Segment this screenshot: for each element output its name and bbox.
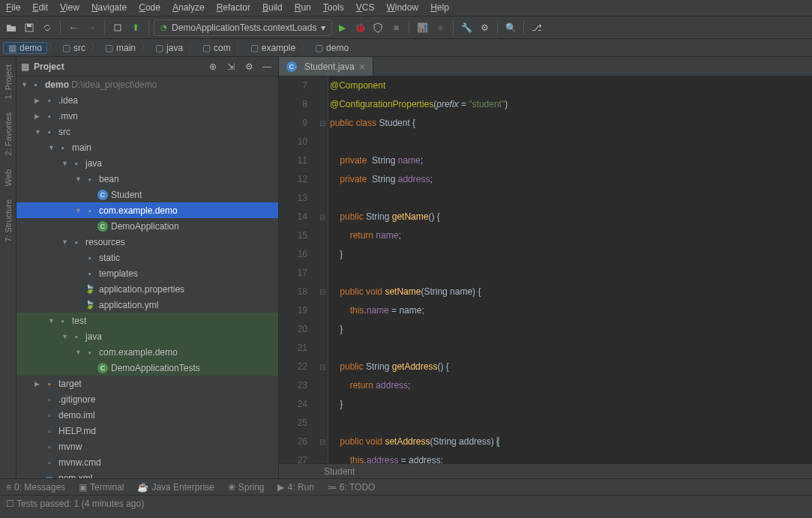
menu-view[interactable]: View xyxy=(54,0,85,16)
gear-icon[interactable]: ⚙ xyxy=(242,61,256,72)
gutter-marks[interactable]: ⊟⊟⊟⊟⊟ xyxy=(316,76,328,463)
tree-item-demo-iml[interactable]: ▫demo.iml xyxy=(16,407,278,423)
left-toolwindow-bar: 1: Project2: FavoritesWeb7: Structure xyxy=(0,57,16,478)
hide-icon[interactable]: — xyxy=(260,61,274,72)
menu-edit[interactable]: Edit xyxy=(26,0,54,16)
tree-item-com-example-demo[interactable]: ▼▪com.example.demo xyxy=(16,344,278,360)
crumb-main[interactable]: ▢main xyxy=(100,43,140,53)
back-icon[interactable]: ← xyxy=(65,19,82,36)
bottomtab-java-enterprise[interactable]: ☕Java Enterprise xyxy=(137,482,214,493)
folder-icon: ▪ xyxy=(84,268,96,280)
menu-vcs[interactable]: VCS xyxy=(350,0,381,16)
menu-tools[interactable]: Tools xyxy=(317,0,350,16)
tree-item-help-md[interactable]: ▫HELP.md xyxy=(16,423,278,439)
menu-window[interactable]: Window xyxy=(380,0,424,16)
forward-icon[interactable]: → xyxy=(83,19,100,36)
folder-icon: ▪ xyxy=(30,79,42,91)
tw-icon: ▣ xyxy=(79,482,87,493)
bottomtab-0-messages[interactable]: ≡0: Messages xyxy=(6,482,65,493)
line-numbers: 789101112131415161718192021222324252627 xyxy=(279,76,316,463)
bottomtab-6-todo[interactable]: ≔6: TODO xyxy=(328,482,376,493)
tree-item-mvnw[interactable]: ▫mvnw xyxy=(16,439,278,454)
lefttab-2-favorites[interactable]: 2: Favorites xyxy=(4,109,13,158)
structure-icon[interactable]: ⎇ xyxy=(529,19,545,36)
stop-icon[interactable]: ■ xyxy=(388,19,404,36)
bottomtab-4-run[interactable]: ▶4: Run xyxy=(277,482,313,493)
menu-refactor[interactable]: Refactor xyxy=(211,0,256,16)
collapse-icon[interactable]: ⇲ xyxy=(224,61,238,72)
tree-item-demoapplication[interactable]: CDemoApplication xyxy=(16,218,278,234)
editor-breadcrumb[interactable]: Student xyxy=(279,463,812,478)
crumb-demo[interactable]: ▢demo xyxy=(310,43,353,53)
menubar: FileEditViewNavigateCodeAnalyzeRefactorB… xyxy=(0,0,812,16)
tree-item-application-yml[interactable]: 🍃application.yml xyxy=(16,297,278,313)
search-icon[interactable]: 🔍 xyxy=(502,19,519,36)
tree-item-com-example-demo[interactable]: ▼▪com.example.demo xyxy=(16,202,278,218)
code-area[interactable]: 789101112131415161718192021222324252627 … xyxy=(279,76,812,463)
tree-item-bean[interactable]: ▼▪bean xyxy=(16,171,278,187)
menu-build[interactable]: Build xyxy=(256,0,289,16)
lefttab-1-project[interactable]: 1: Project xyxy=(4,61,13,102)
crumb-java[interactable]: ▢java xyxy=(151,43,187,53)
tree-item--idea[interactable]: ▶▪.idea xyxy=(16,92,278,108)
code-text[interactable]: @Component@ConfigurationProperties(prefi… xyxy=(328,76,812,463)
menu-run[interactable]: Run xyxy=(289,0,317,16)
folder-icon: ▪ xyxy=(70,157,82,169)
folder-icon: ▢ xyxy=(315,43,323,53)
run-config-select[interactable]: ◔ DemoApplicationTests.contextLoads ▾ xyxy=(154,19,332,36)
menu-file[interactable]: File xyxy=(0,0,26,16)
breadcrumb: ▦demo〉▢src〉▢main〉▢java〉▢com〉▢example〉▢de… xyxy=(0,39,812,57)
bottomtab-spring[interactable]: ❀Spring xyxy=(228,482,265,493)
coverage-icon[interactable] xyxy=(370,19,386,36)
tree-item-pom-xml[interactable]: mpom.xml xyxy=(16,470,278,478)
crumb-demo[interactable]: ▦demo xyxy=(3,42,47,54)
open-icon[interactable] xyxy=(3,19,19,36)
bottomtab-terminal[interactable]: ▣Terminal xyxy=(79,482,124,493)
menu-navigate[interactable]: Navigate xyxy=(85,0,133,16)
crumb-src[interactable]: ▢src xyxy=(58,43,90,53)
build-icon[interactable]: ⬆ xyxy=(127,19,144,36)
editor-crumb-item[interactable]: Student xyxy=(324,466,355,477)
folder-icon: ▪ xyxy=(43,110,55,122)
tree-item-java[interactable]: ▼▪java xyxy=(16,155,278,171)
tree-root[interactable]: ▼▪demo D:\idea_project\demo xyxy=(16,76,278,92)
close-icon[interactable]: × xyxy=(359,61,365,73)
tree-item-target[interactable]: ▶▪target xyxy=(16,376,278,391)
tab-student[interactable]: C Student.java × xyxy=(279,57,373,76)
save-icon[interactable] xyxy=(21,19,37,36)
tree-item-static[interactable]: ▪static xyxy=(16,250,278,265)
tree-item-src[interactable]: ▼▪src xyxy=(16,124,278,139)
locate-icon[interactable]: ⊕ xyxy=(206,61,220,72)
menu-analyze[interactable]: Analyze xyxy=(166,0,211,16)
profile-icon[interactable]: 📊 xyxy=(414,19,430,36)
class-icon: C xyxy=(97,190,108,200)
lefttab-web[interactable]: Web xyxy=(4,166,13,189)
menu-code[interactable]: Code xyxy=(133,0,166,16)
menu-help[interactable]: Help xyxy=(424,0,455,16)
folder-icon: ▪ xyxy=(43,126,55,138)
tree-item-application-properties[interactable]: 🍃application.properties xyxy=(16,281,278,297)
tree-item-mvnw-cmd[interactable]: ▫mvnw.cmd xyxy=(16,454,278,470)
sync-icon[interactable] xyxy=(39,19,55,36)
tree-item-student[interactable]: CStudent xyxy=(16,187,278,202)
tree-item-java[interactable]: ▼▪java xyxy=(16,328,278,344)
stop-build-icon[interactable] xyxy=(109,19,126,36)
folder-icon: ▪ xyxy=(57,142,69,154)
project-tree[interactable]: ▼▪demo D:\idea_project\demo▶▪.idea▶▪.mvn… xyxy=(16,76,278,478)
tree-item-resources[interactable]: ▼▪resources xyxy=(16,234,278,250)
tree-item-test[interactable]: ▼▪test xyxy=(16,313,278,328)
tree-item--gitignore[interactable]: ▫.gitignore xyxy=(16,391,278,407)
leaf-icon: 🍃 xyxy=(84,283,96,295)
settings-icon[interactable]: ⚙ xyxy=(476,19,493,36)
crumb-example[interactable]: ▢example xyxy=(246,43,300,53)
tree-item--mvn[interactable]: ▶▪.mvn xyxy=(16,108,278,124)
run-icon[interactable]: ▶ xyxy=(334,19,350,36)
tree-item-demoapplicationtests[interactable]: CDemoApplicationTests xyxy=(16,360,278,376)
attach-icon[interactable]: ⎆ xyxy=(432,19,448,36)
crumb-com[interactable]: ▢com xyxy=(198,43,235,53)
wrench-icon[interactable]: 🔧 xyxy=(458,19,475,36)
tree-item-main[interactable]: ▼▪main xyxy=(16,139,278,155)
lefttab-7-structure[interactable]: 7: Structure xyxy=(4,196,13,245)
debug-icon[interactable]: 🐞 xyxy=(352,19,368,36)
tree-item-templates[interactable]: ▪templates xyxy=(16,265,278,281)
